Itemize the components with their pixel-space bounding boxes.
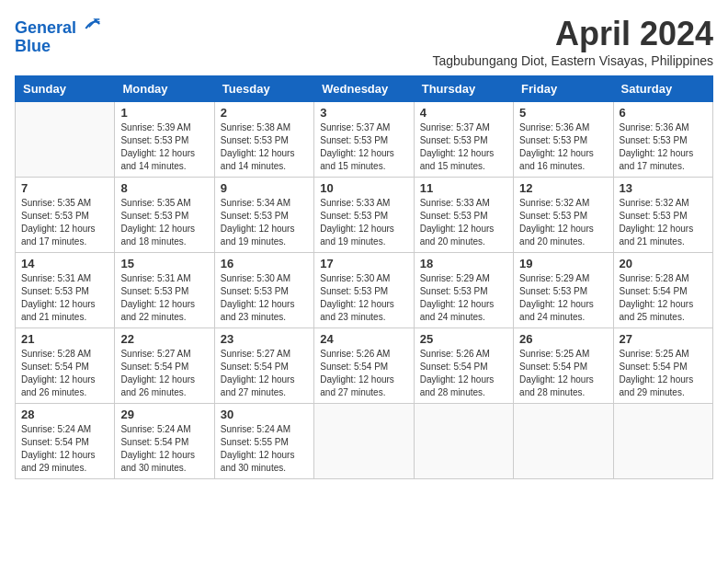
day-number: 29 [120, 408, 208, 421]
calendar-week-0: 1Sunrise: 5:39 AMSunset: 5:53 PMDaylight… [16, 102, 713, 178]
calendar-week-1: 7Sunrise: 5:35 AMSunset: 5:53 PMDaylight… [16, 178, 713, 253]
day-info: Sunrise: 5:36 AMSunset: 5:53 PMDaylight:… [519, 121, 607, 173]
day-info: Sunrise: 5:26 AMSunset: 5:54 PMDaylight:… [420, 348, 507, 399]
calendar-cell: 5Sunrise: 5:36 AMSunset: 5:53 PMDaylight… [514, 102, 613, 178]
calendar-cell: 16Sunrise: 5:30 AMSunset: 5:53 PMDayligh… [214, 253, 313, 328]
day-number: 15 [120, 257, 208, 270]
day-number: 26 [519, 332, 607, 346]
day-number: 20 [620, 257, 707, 270]
month-title: April 2024 [432, 15, 713, 53]
day-info: Sunrise: 5:24 AMSunset: 5:55 PMDaylight:… [221, 423, 308, 475]
logo: General Blue [15, 15, 101, 56]
calendar-header-friday: Friday [514, 76, 613, 102]
day-info: Sunrise: 5:31 AMSunset: 5:53 PMDaylight:… [120, 272, 208, 324]
calendar-cell: 9Sunrise: 5:34 AMSunset: 5:53 PMDaylight… [214, 178, 313, 253]
day-number: 8 [120, 181, 208, 195]
calendar-cell: 23Sunrise: 5:27 AMSunset: 5:54 PMDayligh… [214, 328, 313, 404]
calendar-cell: 7Sunrise: 5:35 AMSunset: 5:53 PMDaylight… [16, 178, 115, 253]
calendar-cell [414, 404, 513, 479]
calendar-cell: 14Sunrise: 5:31 AMSunset: 5:53 PMDayligh… [16, 253, 115, 328]
day-info: Sunrise: 5:27 AMSunset: 5:54 PMDaylight:… [221, 348, 308, 399]
calendar-week-2: 14Sunrise: 5:31 AMSunset: 5:53 PMDayligh… [16, 253, 713, 328]
calendar-cell: 27Sunrise: 5:25 AMSunset: 5:54 PMDayligh… [613, 328, 712, 404]
day-number: 4 [420, 106, 507, 120]
day-info: Sunrise: 5:24 AMSunset: 5:54 PMDaylight:… [21, 423, 108, 475]
calendar-cell [314, 404, 414, 479]
logo-icon [83, 15, 101, 33]
day-number: 21 [21, 332, 108, 346]
calendar-cell [613, 404, 712, 479]
day-number: 7 [21, 181, 108, 195]
day-number: 6 [620, 106, 707, 120]
logo-text: General [15, 15, 101, 38]
calendar-cell: 17Sunrise: 5:30 AMSunset: 5:53 PMDayligh… [314, 253, 414, 328]
calendar-cell: 10Sunrise: 5:33 AMSunset: 5:53 PMDayligh… [314, 178, 414, 253]
day-info: Sunrise: 5:30 AMSunset: 5:53 PMDaylight:… [221, 272, 308, 324]
page-header: General Blue April 2024 Tagbubungang Dio… [15, 15, 713, 68]
day-number: 10 [320, 181, 407, 195]
calendar-cell: 11Sunrise: 5:33 AMSunset: 5:53 PMDayligh… [414, 178, 513, 253]
calendar-header-saturday: Saturday [613, 76, 712, 102]
day-info: Sunrise: 5:35 AMSunset: 5:53 PMDaylight:… [120, 197, 208, 248]
calendar-cell: 8Sunrise: 5:35 AMSunset: 5:53 PMDaylight… [115, 178, 214, 253]
day-number: 3 [320, 106, 407, 120]
day-info: Sunrise: 5:30 AMSunset: 5:53 PMDaylight:… [320, 272, 407, 324]
calendar-cell: 12Sunrise: 5:32 AMSunset: 5:53 PMDayligh… [514, 178, 613, 253]
day-info: Sunrise: 5:37 AMSunset: 5:53 PMDaylight:… [320, 121, 407, 173]
calendar-header-tuesday: Tuesday [214, 76, 313, 102]
calendar-header-wednesday: Wednesday [314, 76, 414, 102]
calendar-cell [16, 102, 115, 178]
calendar-cell: 21Sunrise: 5:28 AMSunset: 5:54 PMDayligh… [16, 328, 115, 404]
day-number: 11 [420, 181, 507, 195]
day-number: 9 [221, 181, 308, 195]
calendar-week-4: 28Sunrise: 5:24 AMSunset: 5:54 PMDayligh… [16, 404, 713, 479]
calendar-cell: 29Sunrise: 5:24 AMSunset: 5:54 PMDayligh… [115, 404, 214, 479]
calendar-header-monday: Monday [115, 76, 214, 102]
calendar-cell: 6Sunrise: 5:36 AMSunset: 5:53 PMDaylight… [613, 102, 712, 178]
calendar-week-3: 21Sunrise: 5:28 AMSunset: 5:54 PMDayligh… [16, 328, 713, 404]
calendar-cell: 28Sunrise: 5:24 AMSunset: 5:54 PMDayligh… [16, 404, 115, 479]
location-subtitle: Tagbubungang Diot, Eastern Visayas, Phil… [432, 53, 713, 68]
day-number: 12 [519, 181, 607, 195]
logo-line2: Blue [15, 38, 101, 56]
calendar-cell: 13Sunrise: 5:32 AMSunset: 5:53 PMDayligh… [613, 178, 712, 253]
calendar-cell: 19Sunrise: 5:29 AMSunset: 5:53 PMDayligh… [514, 253, 613, 328]
day-info: Sunrise: 5:28 AMSunset: 5:54 PMDaylight:… [21, 348, 108, 399]
day-number: 5 [519, 106, 607, 120]
day-info: Sunrise: 5:38 AMSunset: 5:53 PMDaylight:… [221, 121, 308, 173]
day-info: Sunrise: 5:33 AMSunset: 5:53 PMDaylight:… [320, 197, 407, 248]
day-info: Sunrise: 5:27 AMSunset: 5:54 PMDaylight:… [120, 348, 208, 399]
day-number: 1 [120, 106, 208, 120]
day-number: 16 [221, 257, 308, 270]
calendar-cell: 1Sunrise: 5:39 AMSunset: 5:53 PMDaylight… [115, 102, 214, 178]
day-number: 14 [21, 257, 108, 270]
day-info: Sunrise: 5:39 AMSunset: 5:53 PMDaylight:… [120, 121, 208, 173]
calendar-header-row: SundayMondayTuesdayWednesdayThursdayFrid… [16, 76, 713, 102]
calendar-cell: 26Sunrise: 5:25 AMSunset: 5:54 PMDayligh… [514, 328, 613, 404]
day-info: Sunrise: 5:33 AMSunset: 5:53 PMDaylight:… [420, 197, 507, 248]
day-info: Sunrise: 5:36 AMSunset: 5:53 PMDaylight:… [620, 121, 707, 173]
day-number: 22 [120, 332, 208, 346]
day-info: Sunrise: 5:25 AMSunset: 5:54 PMDaylight:… [620, 348, 707, 399]
day-number: 17 [320, 257, 407, 270]
calendar-header-sunday: Sunday [16, 76, 115, 102]
calendar-cell: 2Sunrise: 5:38 AMSunset: 5:53 PMDaylight… [214, 102, 313, 178]
day-info: Sunrise: 5:37 AMSunset: 5:53 PMDaylight:… [420, 121, 507, 173]
day-info: Sunrise: 5:28 AMSunset: 5:54 PMDaylight:… [620, 272, 707, 324]
day-info: Sunrise: 5:35 AMSunset: 5:53 PMDaylight:… [21, 197, 108, 248]
calendar-cell: 3Sunrise: 5:37 AMSunset: 5:53 PMDaylight… [314, 102, 414, 178]
calendar-cell: 24Sunrise: 5:26 AMSunset: 5:54 PMDayligh… [314, 328, 414, 404]
calendar-cell: 15Sunrise: 5:31 AMSunset: 5:53 PMDayligh… [115, 253, 214, 328]
day-number: 27 [620, 332, 707, 346]
day-number: 19 [519, 257, 607, 270]
day-info: Sunrise: 5:24 AMSunset: 5:54 PMDaylight:… [120, 423, 208, 475]
calendar-cell: 25Sunrise: 5:26 AMSunset: 5:54 PMDayligh… [414, 328, 513, 404]
calendar-cell: 4Sunrise: 5:37 AMSunset: 5:53 PMDaylight… [414, 102, 513, 178]
day-info: Sunrise: 5:34 AMSunset: 5:53 PMDaylight:… [221, 197, 308, 248]
day-number: 23 [221, 332, 308, 346]
day-number: 28 [21, 408, 108, 421]
calendar-cell: 18Sunrise: 5:29 AMSunset: 5:53 PMDayligh… [414, 253, 513, 328]
day-info: Sunrise: 5:29 AMSunset: 5:53 PMDaylight:… [420, 272, 507, 324]
calendar-cell: 20Sunrise: 5:28 AMSunset: 5:54 PMDayligh… [613, 253, 712, 328]
day-number: 24 [320, 332, 407, 346]
